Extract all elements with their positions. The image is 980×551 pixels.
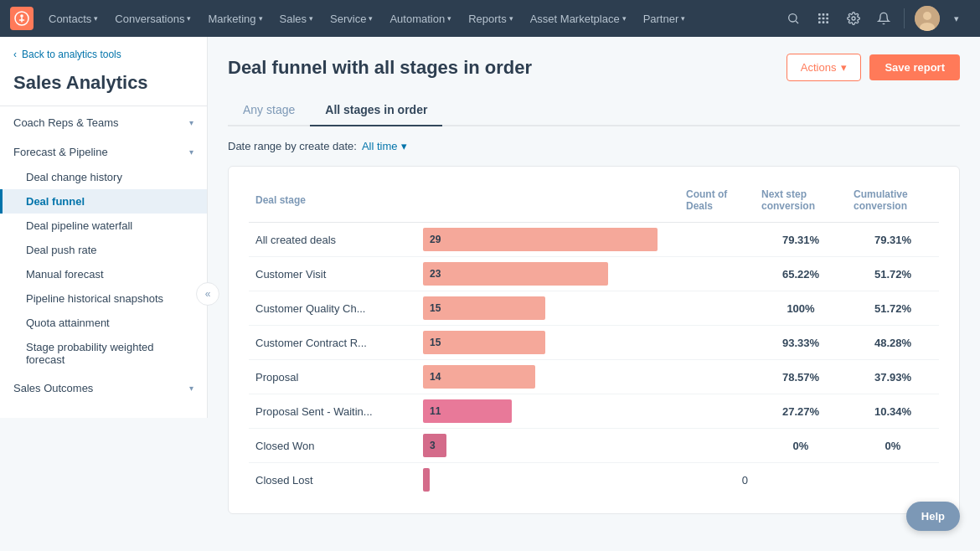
- count-cell: [679, 223, 755, 257]
- col-header-count: Count of Deals: [679, 183, 755, 223]
- page-header: Deal funnel with all stages in order Act…: [228, 54, 960, 81]
- sidebar-item-stage-probability[interactable]: Stage probability weighted forecast: [0, 335, 207, 372]
- notifications-button[interactable]: [870, 5, 897, 32]
- sidebar-section-sales-outcomes[interactable]: Sales Outcomes ▾: [0, 372, 207, 401]
- nav-expand-icon[interactable]: ▾: [943, 5, 970, 32]
- count-cell: [679, 291, 755, 326]
- next-conversion-cell: [755, 463, 847, 497]
- nav-reports[interactable]: Reports ▾: [462, 8, 520, 30]
- user-avatar[interactable]: [915, 6, 940, 31]
- nav-service[interactable]: Service ▾: [323, 8, 379, 30]
- sidebar: ‹ Back to analytics tools Sales Analytic…: [0, 37, 208, 418]
- sidebar-item-pipeline-historical[interactable]: Pipeline historical snapshots: [0, 286, 207, 311]
- hubspot-logo[interactable]: [10, 7, 34, 30]
- table-row: Closed Won30%0%: [249, 429, 939, 463]
- stage-name-cell: All created deals: [249, 223, 416, 257]
- bar-cell: [416, 463, 679, 497]
- stage-name-cell: Customer Quality Ch...: [249, 291, 416, 326]
- funnel-table: Deal stage Count of Deals Next step conv…: [249, 183, 939, 497]
- save-report-button[interactable]: Save report: [869, 54, 960, 80]
- tab-any-stage[interactable]: Any stage: [228, 95, 310, 126]
- table-row: Customer Contract R...1593.33%48.28%: [249, 326, 939, 360]
- back-arrow-icon: ‹: [13, 49, 17, 60]
- bar-cell: 3: [416, 429, 679, 463]
- tabs-container: Any stage All stages in order: [228, 95, 960, 126]
- actions-chevron-icon: ▾: [841, 61, 847, 74]
- sidebar-item-deal-funnel[interactable]: Deal funnel: [0, 189, 207, 214]
- sidebar-item-deal-pipeline-waterfall[interactable]: Deal pipeline waterfall: [0, 214, 207, 238]
- bar-cell: 14: [416, 360, 679, 394]
- count-cell: [679, 326, 755, 360]
- sidebar-section-forecast[interactable]: Forecast & Pipeline ▾: [0, 136, 207, 165]
- sidebar-section-coach[interactable]: Coach Reps & Teams ▾: [0, 106, 207, 136]
- page-title: Deal funnel with all stages in order: [228, 57, 532, 79]
- main-content: Deal funnel with all stages in order Act…: [208, 37, 980, 551]
- next-conversion-cell: 79.31%: [755, 223, 847, 257]
- count-cell: [679, 360, 755, 394]
- asset-marketplace-chevron-icon: ▾: [622, 14, 627, 23]
- date-filter: Date range by create date: All time ▾: [228, 140, 960, 152]
- table-row: All created deals2979.31%79.31%: [249, 223, 939, 257]
- nav-automation[interactable]: Automation ▾: [383, 8, 458, 30]
- cumulative-conversion-cell: 79.31%: [847, 223, 939, 257]
- help-button[interactable]: Help: [906, 502, 960, 531]
- sidebar-item-manual-forecast[interactable]: Manual forecast: [0, 262, 207, 286]
- apps-button[interactable]: [810, 5, 837, 32]
- svg-rect-9: [818, 21, 821, 23]
- next-conversion-cell: 27.27%: [755, 394, 847, 429]
- nav-sales[interactable]: Sales ▾: [273, 8, 321, 30]
- nav-partner[interactable]: Partner ▾: [637, 8, 693, 30]
- sidebar-collapse-button[interactable]: «: [196, 282, 219, 306]
- count-cell: [679, 257, 755, 291]
- tab-all-stages-in-order[interactable]: All stages in order: [310, 95, 442, 126]
- bar-cell: 15: [416, 291, 679, 326]
- cumulative-conversion-cell: 10.34%: [847, 394, 939, 429]
- date-filter-chevron-icon: ▾: [401, 140, 407, 152]
- stage-name-cell: Proposal: [249, 360, 416, 394]
- nav-divider: [904, 8, 905, 28]
- svg-rect-5: [826, 13, 828, 16]
- svg-rect-10: [823, 21, 825, 23]
- stage-name-cell: Closed Lost: [249, 463, 416, 497]
- svg-point-2: [789, 14, 797, 22]
- search-button[interactable]: [780, 5, 807, 32]
- nav-contacts[interactable]: Contacts ▾: [42, 8, 105, 30]
- header-actions: Actions ▾ Save report: [787, 54, 960, 81]
- sidebar-item-deal-push-rate[interactable]: Deal push rate: [0, 238, 207, 262]
- report-card: Deal stage Count of Deals Next step conv…: [228, 166, 960, 514]
- date-filter-link[interactable]: All time ▾: [362, 140, 407, 152]
- table-row: Customer Visit2365.22%51.72%: [249, 257, 939, 291]
- svg-rect-4: [823, 13, 825, 16]
- next-conversion-cell: 93.33%: [755, 326, 847, 360]
- conversations-chevron-icon: ▾: [187, 14, 191, 23]
- actions-button[interactable]: Actions ▾: [787, 54, 862, 81]
- bar-cell: 23: [416, 257, 679, 291]
- partner-chevron-icon: ▾: [681, 14, 685, 23]
- service-chevron-icon: ▾: [369, 14, 373, 23]
- coach-chevron-icon: ▾: [189, 118, 193, 127]
- svg-rect-11: [826, 21, 828, 23]
- col-header-next-step: Next step conversion: [755, 183, 847, 223]
- nav-conversations[interactable]: Conversations ▾: [108, 8, 198, 30]
- back-to-analytics-link[interactable]: ‹ Back to analytics tools: [0, 37, 207, 69]
- cumulative-conversion-cell: 37.93%: [847, 360, 939, 394]
- stage-name-cell: Customer Visit: [249, 257, 416, 291]
- svg-rect-3: [818, 13, 821, 16]
- cumulative-conversion-cell: 48.28%: [847, 326, 939, 360]
- bar-cell: 29: [416, 223, 679, 257]
- count-cell: 0: [679, 463, 755, 497]
- sidebar-item-quota-attainment[interactable]: Quota attainment: [0, 311, 207, 335]
- nav-asset-marketplace[interactable]: Asset Marketplace ▾: [524, 8, 633, 30]
- count-cell: [679, 429, 755, 463]
- count-cell: [679, 394, 755, 429]
- nav-marketing[interactable]: Marketing ▾: [201, 8, 269, 30]
- table-row: Customer Quality Ch...15100%51.72%: [249, 291, 939, 326]
- cumulative-conversion-cell: [847, 463, 939, 497]
- settings-button[interactable]: [840, 5, 867, 32]
- marketing-chevron-icon: ▾: [259, 14, 263, 23]
- sales-chevron-icon: ▾: [309, 14, 313, 23]
- sidebar-item-deal-change-history[interactable]: Deal change history: [0, 165, 207, 189]
- col-header-deal-stage: Deal stage: [249, 183, 416, 223]
- table-row: Closed Lost0: [249, 463, 939, 497]
- stage-name-cell: Closed Won: [249, 429, 416, 463]
